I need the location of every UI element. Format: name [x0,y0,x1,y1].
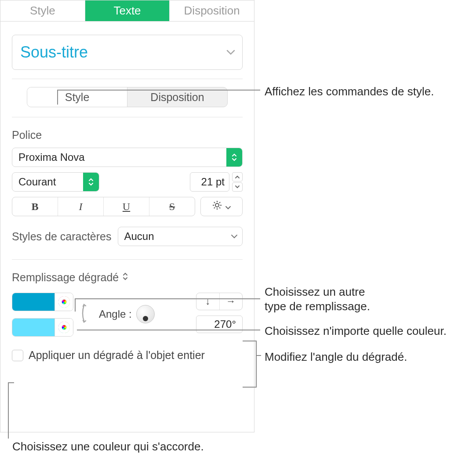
font-size-stepper [232,172,243,192]
text-style-buttons: B I U S [12,197,195,216]
arrow-right-icon: → [226,296,236,307]
paragraph-style-popup[interactable]: Sous-titre [12,35,243,70]
callout-match-color: Choisissez une couleur qui s'accorde. [12,439,204,454]
svg-line-8 [219,202,220,203]
character-styles-value: Aucun [124,230,227,243]
gradient-color-1 [12,293,73,311]
svg-line-7 [214,207,215,208]
select-updown-icon [226,148,242,167]
color-picker-2[interactable] [55,319,73,336]
divider [12,79,243,79]
leader-line [8,382,9,439]
format-inspector-panel: Style Texte Disposition Sous-titre Style… [0,0,254,432]
arrow-down-icon: ↓ [205,296,210,307]
color-well-1[interactable] [12,293,55,311]
direction-vertical-button[interactable]: ↓ [196,293,220,310]
dial-indicator [143,316,148,321]
font-size-control: 21 pt [190,172,243,192]
advanced-font-button[interactable] [200,197,243,216]
gradient-stops [12,293,73,337]
callout-style-commands: Affichez les commandes de style. [265,84,434,99]
leader-line [77,330,260,330]
tab-style[interactable]: Style [0,0,85,21]
tab-disposition[interactable]: Disposition [170,0,254,21]
leader-line [256,355,261,356]
font-family-select[interactable]: Proxima Nova [12,148,243,167]
fill-type-label: Remplissage dégradé [12,271,119,284]
paragraph-style-label: Sous-titre [20,43,88,62]
leader-line [57,90,260,91]
color-well-2[interactable] [12,319,55,336]
updown-icon [122,272,128,284]
divider [12,117,243,117]
italic-button[interactable]: I [58,197,104,216]
chevron-down-icon [226,227,242,246]
top-tabs: Style Texte Disposition [0,0,254,22]
angle-input[interactable]: 270° [196,316,243,333]
callout-fill-type: Choisissez un autre type de remplissage. [265,285,370,313]
select-updown-icon [83,173,99,191]
color-picker-1[interactable] [55,293,73,311]
svg-line-5 [214,202,215,203]
svg-point-0 [215,203,219,207]
bold-button[interactable]: B [12,197,58,216]
character-styles-select[interactable]: Aucun [118,227,243,246]
chevron-down-icon [225,201,231,212]
font-size-down[interactable] [232,182,243,192]
font-weight-select[interactable]: Courant [12,172,99,192]
font-family-value: Proxima Nova [18,151,226,163]
font-weight-value: Courant [18,176,83,188]
divider [12,259,243,260]
gear-icon [212,200,222,213]
chevron-down-icon [226,50,234,55]
gradient-direction-toggle: ↓ → [196,293,243,310]
underline-button[interactable]: U [104,197,149,216]
apply-whole-row: Appliquer un dégradé à l'objet entier [12,349,243,362]
color-wheel-icon [58,322,70,333]
leader-line [243,341,256,341]
direction-horizontal-button[interactable]: → [220,293,243,310]
leader-line [75,298,76,312]
apply-whole-label: Appliquer un dégradé à l'objet entier [29,349,205,362]
leader-line [243,387,256,388]
fill-type-popup[interactable]: Remplissage dégradé [12,271,243,284]
callout-any-color: Choisissez n'importe quelle couleur. [265,324,447,338]
svg-line-6 [219,207,220,208]
callout-angle: Modifiez l'angle du dégradé. [265,350,407,364]
swap-colors-button[interactable] [80,302,93,327]
strikethrough-button[interactable]: S [149,197,195,216]
color-wheel-icon [58,296,70,308]
gradient-color-2 [12,318,73,337]
leader-line [8,382,14,383]
font-size-up[interactable] [232,172,243,181]
font-size-input[interactable]: 21 pt [190,172,229,192]
character-styles-row: Styles de caractères Aucun [12,227,243,246]
angle-label: Angle : [99,308,132,320]
leader-line [256,341,257,388]
leader-line [75,298,260,299]
font-controls: Proxima Nova Courant 21 pt [12,148,243,216]
angle-dial[interactable] [136,305,155,323]
leader-line [57,90,58,105]
tab-texte[interactable]: Texte [85,0,170,21]
apply-whole-checkbox[interactable] [12,350,23,361]
character-styles-label: Styles de caractères [12,230,112,243]
font-section-label: Police [12,129,243,141]
